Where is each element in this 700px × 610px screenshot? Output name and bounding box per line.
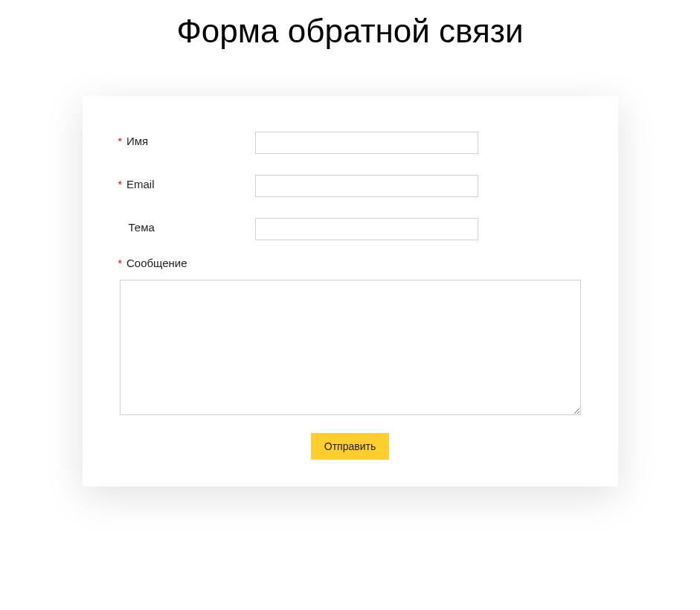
submit-row: Отправить: [120, 433, 581, 460]
required-marker: *: [118, 135, 122, 147]
message-textarea[interactable]: [120, 280, 581, 415]
name-label: Имя: [126, 135, 148, 147]
label-col-email: * Email: [120, 175, 255, 190]
name-input[interactable]: [255, 132, 478, 154]
label-col-subject: Тема: [120, 218, 255, 234]
submit-button[interactable]: Отправить: [311, 433, 389, 460]
email-label: Email: [126, 178, 155, 190]
message-label: Сообщение: [126, 257, 187, 269]
page-title: Форма обратной связи: [0, 10, 700, 51]
form-row-subject: Тема: [120, 218, 581, 240]
feedback-form-card: * Имя * Email Тема * Сообщение Отправить: [83, 96, 618, 487]
form-row-message: * Сообщение: [120, 257, 581, 418]
required-marker: *: [118, 257, 122, 269]
subject-label: Тема: [129, 221, 155, 234]
form-row-email: * Email: [120, 175, 581, 197]
form-row-name: * Имя: [120, 132, 581, 154]
required-marker: *: [118, 179, 122, 190]
email-input[interactable]: [255, 175, 478, 197]
label-col-message: * Сообщение: [120, 257, 581, 269]
label-col-name: * Имя: [120, 132, 255, 147]
subject-input[interactable]: [255, 218, 478, 240]
